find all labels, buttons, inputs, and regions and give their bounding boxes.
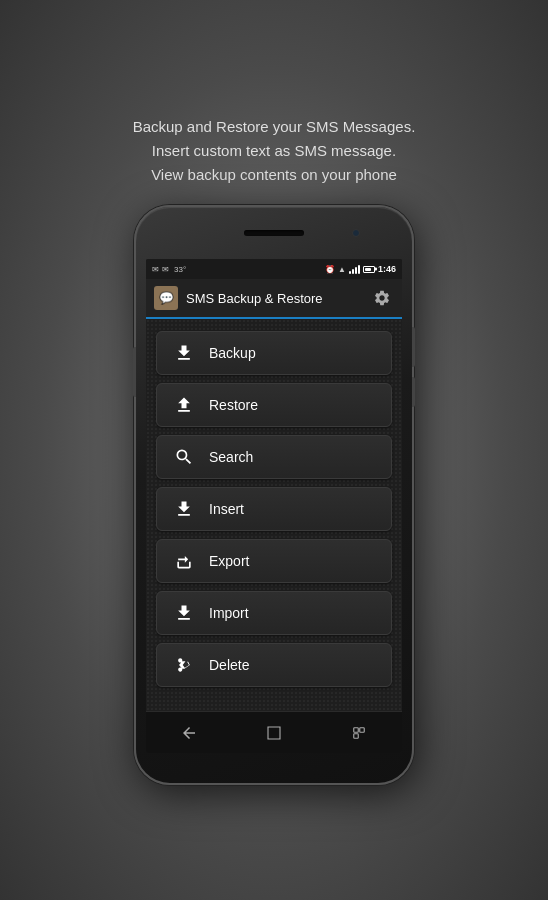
status-bar: ✉ ✉ 33° ⏰ ▲ 1:46 — [146, 259, 402, 279]
insert-svg — [174, 499, 194, 519]
upload-svg — [174, 395, 194, 415]
insert-icon — [173, 498, 195, 520]
home-button[interactable] — [254, 718, 294, 748]
svg-rect-2 — [354, 733, 359, 738]
msg-icon-1: ✉ — [152, 265, 159, 274]
nav-bar — [146, 711, 402, 753]
search-svg — [174, 447, 194, 467]
msg-icon-2: ✉ — [162, 265, 169, 274]
import-label: Import — [209, 605, 249, 621]
gear-icon — [373, 289, 391, 307]
bar1 — [349, 271, 351, 274]
import-button[interactable]: Import — [156, 591, 392, 635]
upload-icon — [173, 394, 195, 416]
insert-button[interactable]: Insert — [156, 487, 392, 531]
export-button[interactable]: Export — [156, 539, 392, 583]
scissors-svg — [174, 655, 194, 675]
bar4 — [358, 265, 360, 274]
bottom-bezel — [136, 753, 412, 783]
bar3 — [355, 267, 357, 274]
bar2 — [352, 269, 354, 274]
volume-button[interactable] — [412, 377, 415, 407]
app-icon: 💬 — [154, 286, 178, 310]
search-label: Search — [209, 449, 253, 465]
home-icon — [265, 724, 283, 742]
speaker — [244, 230, 304, 236]
wifi-icon: ▲ — [338, 265, 346, 274]
status-right-icons: ⏰ ▲ 1:46 — [325, 264, 396, 274]
restore-button[interactable]: Restore — [156, 383, 392, 427]
download-svg — [174, 343, 194, 363]
back-icon — [180, 724, 198, 742]
backup-button[interactable]: Backup — [156, 331, 392, 375]
svg-rect-1 — [360, 727, 365, 732]
import-svg — [174, 603, 194, 623]
scissors-icon — [173, 654, 195, 676]
top-bezel — [136, 207, 412, 259]
back-button[interactable] — [169, 718, 209, 748]
svg-rect-0 — [354, 727, 359, 732]
app-title: SMS Backup & Restore — [186, 291, 370, 306]
volume-left-button[interactable] — [133, 347, 136, 397]
menu-area: Backup Restore Search — [146, 319, 402, 711]
delete-button[interactable]: Delete — [156, 643, 392, 687]
status-left-icons: ✉ ✉ 33° — [152, 265, 186, 274]
temperature: 33° — [174, 265, 186, 274]
delete-label: Delete — [209, 657, 249, 673]
export-icon — [173, 550, 195, 572]
signal-bars — [349, 264, 360, 274]
restore-label: Restore — [209, 397, 258, 413]
export-svg — [174, 551, 194, 571]
status-time: 1:46 — [378, 264, 396, 274]
export-label: Export — [209, 553, 249, 569]
battery-fill — [365, 268, 371, 271]
battery-icon — [363, 266, 375, 273]
power-button[interactable] — [412, 327, 415, 367]
download-icon — [173, 342, 195, 364]
insert-label: Insert — [209, 501, 244, 517]
app-bar: 💬 SMS Backup & Restore — [146, 279, 402, 319]
search-button[interactable]: Search — [156, 435, 392, 479]
backup-label: Backup — [209, 345, 256, 361]
search-icon — [173, 446, 195, 468]
recent-icon — [350, 724, 368, 742]
front-camera — [352, 229, 360, 237]
alarm-icon: ⏰ — [325, 265, 335, 274]
recent-apps-button[interactable] — [339, 718, 379, 748]
phone-shell: ✉ ✉ 33° ⏰ ▲ 1:46 — [134, 205, 414, 785]
import-icon — [173, 602, 195, 624]
screen: ✉ ✉ 33° ⏰ ▲ 1:46 — [146, 259, 402, 753]
header-description: Backup and Restore your SMS Messages. In… — [93, 115, 456, 187]
settings-button[interactable] — [370, 286, 394, 310]
